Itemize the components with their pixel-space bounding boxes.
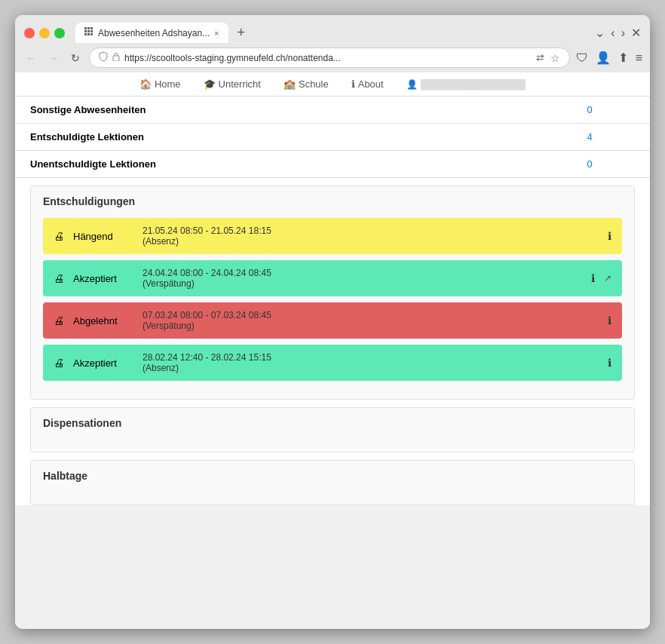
dispensationen-section: Dispensationen xyxy=(30,407,635,452)
stat-label-2: Unentschuldigte Lektionen xyxy=(15,151,559,178)
tab-close-icon[interactable]: × xyxy=(214,29,219,38)
svg-rect-3 xyxy=(84,30,87,32)
nav-schule[interactable]: 🏫 Schule xyxy=(283,78,329,90)
browser-tools: 🛡 👤 ⬆ ≡ xyxy=(576,51,642,65)
excuse-dates-0: 21.05.24 08:50 - 21.05.24 18:15 (Absenz) xyxy=(142,225,599,247)
url-text: https://scooltools-staging.gymneufeld.ch… xyxy=(124,53,341,63)
dispensationen-title: Dispensationen xyxy=(43,417,622,429)
info-icon-1[interactable]: ℹ xyxy=(591,272,595,284)
excuse-type-1: (Verspätung) xyxy=(142,278,582,289)
info-icon-2[interactable]: ℹ xyxy=(608,314,611,327)
svg-rect-8 xyxy=(90,33,93,35)
tab-grid-icon xyxy=(84,27,93,38)
minimize-button[interactable] xyxy=(39,28,50,38)
excuse-date-range-1: 24.04.24 08:00 - 24.04.24 08:45 xyxy=(142,268,582,278)
page-content: Sonstige Abwesenheiten 0 Entschuldigte L… xyxy=(15,97,650,629)
stats-table: Sonstige Abwesenheiten 0 Entschuldigte L… xyxy=(15,97,650,178)
excuse-status-3: Akzeptiert xyxy=(73,357,133,369)
stat-label-1: Entschuldigte Lektionen xyxy=(15,124,559,151)
address-bar[interactable]: https://scooltools-staging.gymneufeld.ch… xyxy=(89,48,570,68)
schule-icon: 🏫 xyxy=(283,78,296,90)
excuse-status-2: Abgelehnt xyxy=(73,315,133,327)
address-bar-row: ← → ↻ https://scooltools-staging.gymneuf… xyxy=(15,43,650,72)
next-tab-icon[interactable]: › xyxy=(621,26,625,40)
info-icon-3[interactable]: ℹ xyxy=(608,357,611,369)
excuse-type-0: (Absenz) xyxy=(142,236,599,247)
browser-window: Abwesenheiten Adshayan... × + ⌄ ‹ › ✕ ← … xyxy=(15,15,650,629)
table-row: Unentschuldigte Lektionen 0 xyxy=(15,151,650,178)
print-icon-1[interactable]: 🖨 xyxy=(54,272,64,284)
tab-title: Abwesenheiten Adshayan... xyxy=(98,28,210,38)
tab-list-icon[interactable]: ⌄ xyxy=(595,26,605,40)
excuse-card-0: 🖨 Hängend 21.05.24 08:50 - 21.05.24 18:1… xyxy=(43,218,622,254)
nav-unterricht[interactable]: 🎓 Unterricht xyxy=(204,78,261,90)
address-bar-icons: ⇄ ☆ xyxy=(536,52,560,64)
svg-rect-6 xyxy=(84,33,87,35)
bookmark-icon[interactable]: ☆ xyxy=(550,52,560,64)
excuse-type-2: (Verspätung) xyxy=(142,320,599,331)
svg-rect-0 xyxy=(84,27,87,29)
excuse-status-1: Akzeptiert xyxy=(73,273,133,284)
maximize-button[interactable] xyxy=(54,28,65,38)
unterricht-icon: 🎓 xyxy=(204,78,216,90)
svg-rect-4 xyxy=(87,30,90,32)
nav-home-label: Home xyxy=(155,78,181,90)
user-icon: 👤 xyxy=(406,79,418,90)
svg-rect-7 xyxy=(87,33,90,35)
svg-rect-5 xyxy=(90,30,93,32)
nav-user: 👤 ████████ ████████ xyxy=(406,78,526,90)
window-close-icon[interactable]: ✕ xyxy=(631,26,641,40)
info-icon-0[interactable]: ℹ xyxy=(608,230,611,242)
stat-value-2: 0 xyxy=(559,151,620,178)
excuse-dates-1: 24.04.24 08:00 - 24.04.24 08:45 (Verspät… xyxy=(142,268,582,289)
table-row: Entschuldigte Lektionen 4 xyxy=(15,124,650,151)
home-icon: 🏠 xyxy=(139,78,152,90)
stat-label-0: Sonstige Abwesenheiten xyxy=(15,97,559,124)
active-tab[interactable]: Abwesenheiten Adshayan... × xyxy=(75,23,228,43)
nav-user-label: ████████ ████████ xyxy=(421,79,526,90)
forward-button[interactable]: → xyxy=(45,51,62,66)
menu-icon[interactable]: ≡ xyxy=(636,51,642,65)
excuse-date-range-0: 21.05.24 08:50 - 21.05.24 18:15 xyxy=(142,225,599,236)
excuse-card-2: 🖨 Abgelehnt 07.03.24 08:00 - 07.03.24 08… xyxy=(43,302,622,339)
excuse-date-range-2: 07.03.24 08:00 - 07.03.24 08:45 xyxy=(142,310,599,320)
tab-row: Abwesenheiten Adshayan... × + ⌄ ‹ › ✕ xyxy=(24,23,641,43)
about-icon: ℹ xyxy=(351,78,355,90)
svg-rect-9 xyxy=(113,56,119,61)
title-bar: Abwesenheiten Adshayan... × + ⌄ ‹ › ✕ xyxy=(15,15,650,43)
content-inner: Sonstige Abwesenheiten 0 Entschuldigte L… xyxy=(15,97,650,505)
excuse-date-range-3: 28.02.24 12:40 - 28.02.24 15:15 xyxy=(142,352,599,363)
nav-schule-label: Schule xyxy=(299,78,329,90)
svg-rect-2 xyxy=(90,27,93,29)
translate-icon[interactable]: ⇄ xyxy=(536,52,544,64)
excuse-type-3: (Absenz) xyxy=(142,363,599,373)
halbtage-title: Halbtage xyxy=(43,470,622,482)
new-tab-button[interactable]: + xyxy=(231,23,252,42)
entschuldigungen-title: Entschuldigungen xyxy=(43,195,622,207)
sync-icon[interactable]: ⬆ xyxy=(618,51,628,65)
account-icon[interactable]: 👤 xyxy=(596,51,611,65)
shield-icon[interactable]: 🛡 xyxy=(576,51,588,65)
excuse-card-1: 🖨 Akzeptiert 24.04.24 08:00 - 24.04.24 0… xyxy=(43,260,622,296)
reload-button[interactable]: ↻ xyxy=(68,51,83,66)
nav-home[interactable]: 🏠 Home xyxy=(139,78,181,90)
lock-icon xyxy=(112,52,120,63)
excuse-card-3: 🖨 Akzeptiert 28.02.24 12:40 - 28.02.24 1… xyxy=(43,345,622,381)
print-icon-3[interactable]: 🖨 xyxy=(54,357,64,369)
back-button[interactable]: ← xyxy=(23,51,39,66)
print-icon-2[interactable]: 🖨 xyxy=(54,314,64,327)
security-icon xyxy=(99,51,108,64)
tab-right-controls: ⌄ ‹ › ✕ xyxy=(595,26,641,40)
print-icon-0[interactable]: 🖨 xyxy=(54,230,64,242)
prev-tab-icon[interactable]: ‹ xyxy=(611,26,614,40)
entschuldigungen-section: Entschuldigungen 🖨 Hängend 21.05.24 08:5… xyxy=(30,186,635,400)
table-row: Sonstige Abwesenheiten 0 xyxy=(15,97,650,124)
site-nav: 🏠 Home 🎓 Unterricht 🏫 Schule ℹ About 👤 █… xyxy=(15,72,650,97)
nav-about[interactable]: ℹ About xyxy=(351,78,384,90)
window-controls xyxy=(24,28,65,38)
nav-about-label: About xyxy=(358,78,384,90)
halbtage-section: Halbtage xyxy=(30,460,635,505)
excuse-dates-2: 07.03.24 08:00 - 07.03.24 08:45 (Verspät… xyxy=(142,310,599,331)
close-button[interactable] xyxy=(24,28,35,38)
stat-value-0: 0 xyxy=(559,97,620,124)
